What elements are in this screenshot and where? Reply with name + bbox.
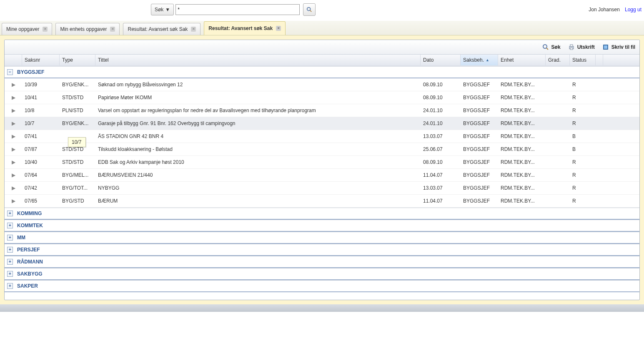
table-row[interactable]: ▶10/8PLN/STDVarsel om oppstart av regule… bbox=[5, 104, 639, 117]
cell-status: R bbox=[570, 198, 596, 204]
cell-saksbeh: BYGGSJEF bbox=[461, 82, 498, 88]
cell-tittel: EDB Sak og Arkiv kampanje høst 2010 bbox=[95, 159, 421, 165]
tab[interactable]: Min enhets oppgaver× bbox=[55, 23, 120, 35]
expand-icon[interactable]: + bbox=[7, 283, 13, 289]
group-label: BYGGSJEF bbox=[17, 69, 44, 75]
row-expand-icon[interactable]: ▶ bbox=[5, 120, 22, 126]
toolbar-export-button[interactable]: Skriv til fil bbox=[602, 44, 635, 50]
col-saksbeh[interactable]: Saksbeh.▲ bbox=[461, 55, 498, 65]
grid-body[interactable]: 10/7 −BYGGSJEF▶10/39BYG/ENK...Søknad om … bbox=[5, 66, 639, 300]
svg-line-3 bbox=[546, 48, 548, 50]
row-expand-icon[interactable]: ▶ bbox=[5, 95, 22, 100]
svg-rect-8 bbox=[604, 45, 607, 49]
logout-link[interactable]: Logg ut bbox=[625, 7, 641, 13]
group-header[interactable]: +SAKBYGG bbox=[5, 268, 639, 280]
group-label: SAKPER bbox=[17, 283, 38, 289]
table-row[interactable]: ▶07/65BYG/STDBÆRUM11.04.07BYGGSJEFRDM.TE… bbox=[5, 195, 639, 208]
tab-label: Resultat: Avansert søk Sak bbox=[208, 25, 273, 31]
group-header[interactable]: −BYGGSJEF bbox=[5, 66, 639, 78]
group-label: KOMMTEK bbox=[17, 223, 43, 228]
table-row[interactable]: ▶07/87STD/STDTilskudd kloakksanering - B… bbox=[5, 143, 639, 156]
table-row[interactable]: ▶10/41STD/STDPapirløse Møter IKOMM08.09.… bbox=[5, 91, 639, 104]
col-tittel-label: Tittel bbox=[98, 57, 109, 63]
cell-saksbeh: BYGGSJEF bbox=[461, 198, 498, 204]
cell-saksnr: 07/64 bbox=[22, 172, 60, 178]
group-header[interactable]: +SAKPER bbox=[5, 280, 639, 292]
table-row[interactable]: ▶07/64BYG/MEL...BÆRUMSVEIEN 21/44011.04.… bbox=[5, 169, 639, 182]
cell-dato: 11.04.07 bbox=[421, 172, 461, 178]
table-row[interactable]: ▶10/39BYG/ENK...Søknad om nybygg Blåveis… bbox=[5, 78, 639, 91]
row-expand-icon[interactable]: ▶ bbox=[5, 133, 22, 139]
expand-icon[interactable]: + bbox=[7, 223, 13, 228]
group-header[interactable]: +KOMMING bbox=[5, 208, 639, 220]
group-header[interactable]: +KOMMTEK bbox=[5, 220, 639, 232]
toolbar-sok-button[interactable]: Søk bbox=[542, 44, 561, 50]
col-status[interactable]: Status bbox=[570, 55, 596, 65]
panel-toolbar: Søk Utskrift Skriv til fil bbox=[5, 40, 639, 55]
col-expand[interactable] bbox=[5, 55, 22, 65]
tab[interactable]: Mine oppgaver× bbox=[2, 23, 52, 35]
cell-saksbeh: BYGGSJEF bbox=[461, 172, 498, 178]
row-expand-icon[interactable]: ▶ bbox=[5, 185, 22, 191]
row-expand-icon[interactable]: ▶ bbox=[5, 198, 22, 204]
col-tittel[interactable]: Tittel bbox=[95, 55, 421, 65]
search-button[interactable] bbox=[303, 3, 316, 16]
cell-tittel: ÅS STADION GNR 42 BNR 4 bbox=[95, 133, 421, 139]
col-grad-label: Grad. bbox=[548, 57, 561, 63]
toolbar-print-button[interactable]: Utskrift bbox=[568, 44, 595, 50]
tab-label: Mine oppgaver bbox=[6, 26, 39, 32]
expand-icon[interactable]: + bbox=[7, 235, 13, 241]
group-label: MM bbox=[17, 235, 25, 241]
search-input[interactable] bbox=[175, 4, 300, 15]
expand-icon[interactable]: + bbox=[7, 259, 13, 265]
cell-type: BYG/TOT... bbox=[60, 185, 95, 191]
tab[interactable]: Resultat: Avansert søk Sak× bbox=[123, 23, 200, 35]
cell-saksnr: 10/40 bbox=[22, 159, 60, 165]
cell-tittel: BÆRUM bbox=[95, 198, 421, 204]
col-enhet[interactable]: Enhet bbox=[498, 55, 546, 65]
row-expand-icon[interactable]: ▶ bbox=[5, 82, 22, 88]
cell-enhet: RDM.TEK.BY... bbox=[498, 198, 546, 204]
expand-icon[interactable]: + bbox=[7, 271, 13, 277]
cell-type: BYG/MEL... bbox=[60, 172, 95, 178]
close-icon[interactable]: × bbox=[191, 27, 196, 32]
cell-status: R bbox=[570, 120, 596, 126]
table-row[interactable]: ▶10/40STD/STDEDB Sak og Arkiv kampanje h… bbox=[5, 156, 639, 169]
expand-icon[interactable]: + bbox=[7, 211, 13, 216]
cell-status: R bbox=[570, 185, 596, 191]
close-icon[interactable]: × bbox=[110, 27, 115, 32]
cell-type: STD/STD bbox=[60, 146, 95, 152]
cell-saksnr: 10/39 bbox=[22, 82, 60, 88]
tooltip: 10/7 bbox=[68, 137, 86, 147]
group-header[interactable]: +PERSJEF bbox=[5, 244, 639, 256]
expand-icon[interactable]: + bbox=[7, 247, 13, 253]
search-mode-dropdown[interactable]: Søk ▼ bbox=[151, 4, 174, 15]
col-type[interactable]: Type bbox=[60, 55, 95, 65]
col-saksnr[interactable]: Saksnr bbox=[22, 55, 60, 65]
collapse-icon[interactable]: − bbox=[7, 69, 13, 75]
toolbar-sok-label: Søk bbox=[551, 44, 561, 50]
chevron-down-icon: ▼ bbox=[165, 7, 170, 13]
row-expand-icon[interactable]: ▶ bbox=[5, 146, 22, 152]
col-grad[interactable]: Grad. bbox=[546, 55, 570, 65]
group-header[interactable]: +RÅDMANN bbox=[5, 256, 639, 268]
group-header[interactable]: +MM bbox=[5, 232, 639, 244]
svg-line-1 bbox=[310, 10, 312, 12]
table-row[interactable]: ▶07/41ÅS STADION GNR 42 BNR 413.03.07BYG… bbox=[5, 130, 639, 143]
cell-status: R bbox=[570, 108, 596, 113]
table-row[interactable]: ▶10/7BYG/ENK...Garasje på tilbygg Gnr. 9… bbox=[5, 117, 639, 130]
close-icon[interactable]: × bbox=[43, 27, 48, 32]
cell-dato: 24.01.10 bbox=[421, 120, 461, 126]
close-icon[interactable]: × bbox=[276, 26, 281, 31]
group-label: KOMMING bbox=[17, 211, 42, 216]
cell-dato: 24.01.10 bbox=[421, 108, 461, 113]
tab[interactable]: Resultat: Avansert søk Sak× bbox=[204, 21, 286, 35]
row-expand-icon[interactable]: ▶ bbox=[5, 172, 22, 178]
table-row[interactable]: ▶07/42BYG/TOT...NYBYGG13.03.07BYGGSJEFRD… bbox=[5, 182, 639, 195]
row-expand-icon[interactable]: ▶ bbox=[5, 159, 22, 165]
magnifier-icon bbox=[542, 44, 549, 50]
grid-header: Saksnr Type Tittel Dato Saksbeh.▲ Enhet … bbox=[5, 55, 639, 66]
col-dato[interactable]: Dato bbox=[421, 55, 461, 65]
cell-saksbeh: BYGGSJEF bbox=[461, 108, 498, 113]
row-expand-icon[interactable]: ▶ bbox=[5, 108, 22, 113]
